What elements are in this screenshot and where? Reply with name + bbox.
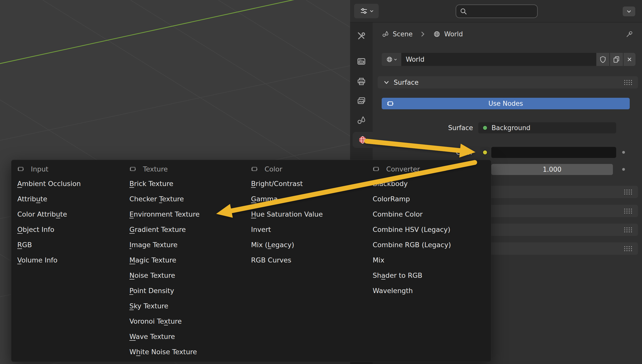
surface-shader-value: Background (492, 124, 530, 132)
drag-handle-icon[interactable] (623, 79, 632, 85)
color-row: Color (373, 147, 638, 158)
menu-item-magic-texture[interactable]: Magic Texture (129, 252, 207, 268)
drag-handle-icon[interactable] (623, 227, 632, 233)
menu-item-white-noise-texture[interactable]: White Noise Texture (129, 344, 207, 359)
editor-type-button[interactable] (354, 4, 379, 18)
datablock-name-field[interactable]: World (401, 53, 596, 66)
unlink-datablock-button[interactable] (623, 53, 635, 66)
menu-item-color-attribute[interactable]: Color Attribute (17, 207, 88, 222)
menu-item-wavelength[interactable]: Wavelength (372, 283, 458, 298)
menu-column-header: Input (17, 162, 88, 176)
menu-column-title: Texture (143, 165, 168, 173)
menu-item-wave-texture[interactable]: Wave Texture (129, 329, 207, 344)
animate-decorator-dot[interactable] (622, 168, 625, 171)
menu-column-header: Texture (129, 162, 207, 176)
images-icon (356, 96, 366, 106)
search-icon (460, 8, 467, 15)
scene-properties-icon (356, 115, 366, 125)
menu-item-voronoi-texture[interactable]: Voronoi Texture (129, 314, 207, 329)
menu-item-shader-to-rgb[interactable]: Shader to RGB (372, 268, 458, 283)
node-icon (17, 165, 24, 173)
menu-item-combine-rgb-legacy[interactable]: Combine RGB (Legacy) (372, 237, 458, 252)
pin-icon[interactable] (625, 30, 633, 39)
y-axis-line (0, 0, 298, 65)
menu-item-rgb[interactable]: RGB (17, 237, 88, 252)
menu-item-invert[interactable]: Invert (251, 222, 330, 237)
header-options-button[interactable] (623, 7, 635, 16)
tab-output[interactable] (352, 73, 371, 89)
menu-item-noise-texture[interactable]: Noise Texture (129, 268, 207, 283)
node-icon (129, 165, 136, 173)
menu-item-checker-texture[interactable]: Checker Texture (129, 191, 207, 207)
printer-icon (356, 76, 366, 86)
menu-item-sky-texture[interactable]: Sky Texture (129, 298, 207, 314)
menu-item-gamma[interactable]: Gamma (251, 191, 330, 207)
color-socket-icon (483, 150, 488, 155)
surface-label: Surface (373, 122, 473, 133)
menu-item-mix[interactable]: Mix (372, 252, 458, 268)
menu-item-combine-color[interactable]: Combine Color (372, 207, 458, 222)
drag-handle-icon[interactable] (623, 189, 632, 195)
tab-view-layer[interactable] (352, 93, 371, 109)
render-icon (356, 56, 366, 66)
menu-item-mix-legacy[interactable]: Mix (Legacy) (251, 237, 330, 252)
copy-icon (612, 55, 620, 63)
menu-item-brick-texture[interactable]: Brick Texture (129, 176, 207, 191)
duplicate-datablock-button[interactable] (609, 53, 623, 66)
panel-title: Surface (394, 79, 419, 86)
animate-decorator-dot[interactable] (622, 151, 625, 154)
tab-render[interactable] (352, 53, 371, 69)
menu-item-point-density[interactable]: Point Density (129, 283, 207, 298)
search-input[interactable] (467, 8, 528, 15)
breadcrumb-scene: Scene (393, 30, 413, 38)
properties-header (350, 0, 642, 23)
strength-value-field[interactable]: 1.000 (491, 164, 613, 175)
menu-item-volume-info[interactable]: Volume Info (17, 252, 88, 268)
menu-item-colorramp[interactable]: ColorRamp (372, 191, 458, 207)
use-nodes-button[interactable]: Use Nodes (382, 98, 630, 109)
tab-tool[interactable] (352, 28, 371, 44)
drag-handle-icon[interactable] (623, 246, 632, 252)
surface-shader-dropdown[interactable]: Background (478, 122, 616, 133)
menu-item-bright-contrast[interactable]: Bright/Contrast (251, 176, 330, 191)
color-socket-button[interactable] (480, 147, 490, 158)
menu-item-hue-saturation-value[interactable]: Hue Saturation Value (251, 207, 330, 222)
menu-item-object-info[interactable]: Object Info (17, 222, 88, 237)
menu-column-color: ColorBright/ContrastGammaHue Saturation … (251, 162, 330, 268)
breadcrumb: Scene World (373, 27, 642, 41)
menu-item-gradient-texture[interactable]: Gradient Texture (129, 222, 207, 237)
drag-handle-icon[interactable] (623, 208, 632, 214)
color-value-field[interactable] (491, 147, 616, 158)
fake-user-shield-button[interactable] (596, 53, 609, 66)
menu-item-image-texture[interactable]: Image Texture (129, 237, 207, 252)
use-nodes-label: Use Nodes (488, 100, 523, 107)
chevron-right-icon (420, 31, 426, 37)
menu-column-title: Input (31, 165, 48, 173)
search-box[interactable] (456, 5, 538, 18)
world-icon (386, 56, 393, 63)
node-icon (372, 165, 380, 173)
menu-column-converter: ConverterBlackbodyColorRampCombine Color… (372, 162, 458, 298)
datablock-browse-button[interactable] (382, 53, 401, 66)
menu-column-title: Converter (386, 165, 420, 173)
menu-item-attribute[interactable]: Attribute (17, 191, 88, 207)
menu-item-environment-texture[interactable]: Environment Texture (129, 207, 207, 222)
surface-panel-header[interactable]: Surface (378, 76, 638, 88)
menu-item-ambient-occlusion[interactable]: Ambient Occlusion (17, 176, 88, 191)
tab-world[interactable] (353, 132, 373, 148)
tool-icon (356, 31, 366, 41)
world-icon (358, 135, 368, 145)
menu-column-texture: TextureBrick TextureChecker TextureEnvir… (129, 162, 207, 359)
breadcrumb-world: World (444, 30, 463, 38)
add-node-menu: InputAmbient OcclusionAttributeColor Att… (11, 160, 491, 362)
nodetree-icon (386, 100, 394, 109)
blender-window: Scene World (0, 0, 642, 364)
menu-item-combine-hsv-legacy[interactable]: Combine HSV (Legacy) (372, 222, 458, 237)
menu-item-rgb-curves[interactable]: RGB Curves (251, 252, 330, 268)
world-datablock-row: World (382, 53, 635, 66)
color-label: Color (373, 147, 473, 158)
tab-scene[interactable] (352, 112, 371, 128)
world-icon (433, 30, 441, 38)
menu-column-input: InputAmbient OcclusionAttributeColor Att… (17, 162, 88, 268)
menu-item-blackbody[interactable]: Blackbody (372, 176, 458, 191)
